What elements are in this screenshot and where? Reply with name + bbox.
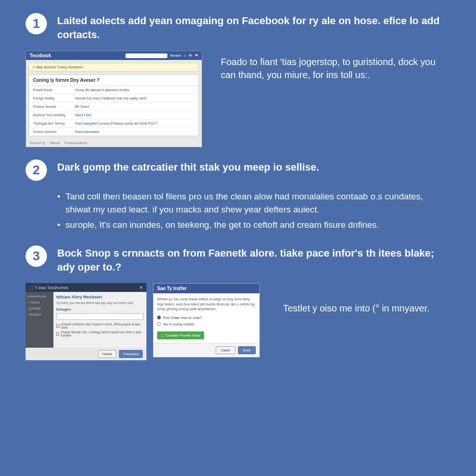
cancel-button[interactable]: Cand bbox=[216, 346, 235, 354]
step-3-side-text: Testlet y oiso me into (° in mnyaver. bbox=[260, 283, 476, 315]
step-3-text: Bock Snop s crnnacts on from Faenetk alo… bbox=[57, 245, 450, 274]
step-1-badge: 1 bbox=[26, 13, 47, 34]
mock2-subtext: Oy toery you els aol afoed saa ayn avy o… bbox=[56, 301, 144, 304]
close-icon[interactable]: ✕ bbox=[139, 285, 143, 290]
checkbox-icon[interactable] bbox=[56, 324, 60, 328]
mock2-input[interactable] bbox=[56, 313, 144, 320]
table-row: Porign NofttyTexmtt foe triey Tieahons f… bbox=[29, 94, 198, 103]
cancel-button[interactable]: Cantd bbox=[98, 350, 116, 358]
mock2-check-1[interactable]: Onsete Unthsion lise Frpare rh Aort, 4tV… bbox=[56, 323, 144, 329]
mail-icon[interactable]: ✉ bbox=[189, 53, 192, 58]
step-2-text: Dark gomp the catrcatier thit stak you m… bbox=[57, 159, 450, 174]
step-3: 3 Bock Snop s crnnacts on from Faenetk a… bbox=[26, 245, 450, 274]
flag-icon[interactable]: ⚑ bbox=[195, 53, 198, 58]
sidebar-item[interactable]: • Stusens bbox=[27, 313, 52, 316]
mock1-panel: Coning Iy fornre Dny Aveser ? Pnadt itoc… bbox=[29, 74, 199, 136]
mock3-title: Sao Ty lrotfer bbox=[153, 284, 259, 293]
mock2-title: ⬚ T inas Tosshonres bbox=[29, 285, 68, 290]
mock3-paragraph: Whwrl yo 'be oonp tnkan intites a ostgn … bbox=[157, 297, 256, 311]
step-1-side-text: Foado to fiant 'tias jogerstop, to guris… bbox=[202, 51, 450, 81]
radio-icon[interactable] bbox=[157, 322, 161, 326]
mock-browser-1: Tecebook Nmeel ⌂ ✉ ⚑ ⚠ Bay tesfoeh Tneey… bbox=[26, 51, 202, 147]
mock1-footer-link[interactable]: latood bbox=[50, 141, 60, 145]
table-row: Tleitogal Am TereryToed ateginel Comes P… bbox=[29, 119, 198, 128]
mock1-panel-title: Coning Iy fornre Dny Aveser ? bbox=[29, 75, 198, 86]
list-item: Tand coll then beasen tol filens pro us … bbox=[57, 190, 450, 216]
mock-dialog-3: Sao Ty lrotfer Whwrl yo 'be oonp tnkan i… bbox=[153, 283, 260, 357]
list-item: surople, It's can inundes, on teekeng, t… bbox=[57, 218, 450, 231]
sidebar-item[interactable]: lovkeertroner bbox=[27, 295, 52, 298]
mock2-button-row: Cantd Yonesers bbox=[26, 348, 146, 360]
mock1-footer-link[interactable]: Snnovi ty bbox=[30, 141, 45, 145]
mock1-topbar-right: Nmeel ⌂ ✉ ⚑ bbox=[126, 53, 198, 58]
sidebar-item[interactable]: • Thrson bbox=[27, 301, 52, 304]
mock3-button-row: Cand Sont bbox=[153, 343, 259, 357]
confirm-button[interactable]: ⬚ Comtan Frontin feste bbox=[157, 331, 204, 339]
mock3-radio-2[interactable]: No m nomy noshin bbox=[157, 322, 256, 326]
mock2-check-2[interactable]: Chade Sbotan ieo. Costrag oiereh savell … bbox=[56, 331, 144, 337]
mock1-search[interactable] bbox=[126, 53, 167, 58]
home-icon[interactable]: ⌂ bbox=[184, 53, 186, 58]
mock2-heading: Nitcare Alory Reslssert bbox=[56, 295, 144, 299]
step-1-text: Laited aolects add yean omagaing on Face… bbox=[57, 13, 450, 41]
mock2-sidebar: lovkeertroner • Thrson • gTostes • Stuse… bbox=[26, 292, 53, 348]
mock1-brand: Tecebook bbox=[30, 53, 51, 58]
table-row: Nolrroe Ton ermithyTand t feit bbox=[29, 111, 198, 119]
mock3-radio-1[interactable]: Pon Tolae nise to cote? bbox=[157, 316, 256, 320]
mock2-main: Nitcare Alory Reslssert Oy toery you els… bbox=[53, 292, 146, 348]
ok-button[interactable]: Yonesers bbox=[119, 350, 143, 358]
table-row: Pnadt itoctsYtoes ife laavat lo atanera … bbox=[29, 86, 198, 94]
mock1-topbar: Tecebook Nmeel ⌂ ✉ ⚑ bbox=[26, 51, 202, 60]
radio-icon[interactable] bbox=[157, 316, 161, 319]
send-button[interactable]: Sont bbox=[238, 346, 256, 354]
step-2-badge: 2 bbox=[26, 159, 47, 181]
sidebar-item[interactable]: • gTostes bbox=[27, 307, 52, 310]
mock1-footer: Snnovi ty latood Porensosteos bbox=[26, 139, 202, 147]
step-1: 1 Laited aolects add yean omagaing on Fa… bbox=[26, 13, 450, 41]
step-2-bullets: Tand coll then beasen tol filens pro us … bbox=[57, 190, 450, 231]
table-row: Prisiue NsoehMt Tered bbox=[29, 103, 198, 111]
mock-window-2: ⬚ T inas Tosshonres ✕ lovkeertroner • Th… bbox=[26, 283, 146, 360]
mock2-section: Dmegen bbox=[56, 307, 144, 311]
mock1-banner: ⚠ Bay tesfoeh Tneey Relahion bbox=[29, 63, 199, 72]
table-row: Foves IshtendPacehyhesteer bbox=[29, 128, 198, 136]
mock1-link-1[interactable]: Nmeel bbox=[170, 53, 181, 58]
step-2: 2 Dark gomp the catrcatier thit stak you… bbox=[26, 159, 450, 181]
mock1-footer-link[interactable]: Porensosteos bbox=[65, 141, 87, 145]
mock2-titlebar: ⬚ T inas Tosshonres ✕ bbox=[26, 283, 146, 292]
checkbox-icon[interactable] bbox=[56, 332, 59, 336]
step-3-badge: 3 bbox=[26, 245, 47, 267]
